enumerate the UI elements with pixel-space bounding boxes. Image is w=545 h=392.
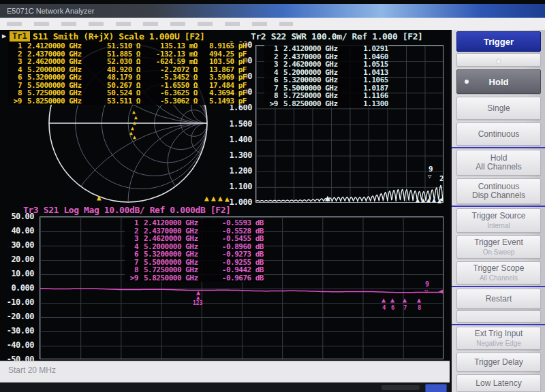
taskbar-badge[interactable] <box>425 384 447 392</box>
softkey-single[interactable]: Single <box>456 97 541 120</box>
softkey-label: Low Latency <box>476 379 521 388</box>
vna-screen: E5071C Network Analyzer ▶ Tr1 S11 Smith … <box>0 0 545 392</box>
marker-row: 65.3200000 GHz-0.9273 dB <box>125 250 264 259</box>
marker-x: -6.3625 Ω <box>140 89 198 97</box>
marker-eq: 103.50 pF <box>198 58 247 66</box>
softkey-trigger-scope[interactable]: Trigger ScopeAll Channels <box>456 261 541 284</box>
swr-ytick: 1.200 <box>221 167 252 175</box>
tr2-stimulus-marker-icon: ▲ <box>421 197 425 203</box>
marker-row: 85.7250000 GHz-0.9442 dB <box>125 266 264 274</box>
marker-val: 1.1300 <box>349 100 388 108</box>
marker-n: 8 <box>125 266 138 274</box>
marker-row: 32.4620000 GHz52.030 Ω-624.59 mΩ103.50 p… <box>8 58 247 66</box>
marker-eq: 4.3694 pF <box>198 89 247 97</box>
start-frequency-label: Start 20 MHz <box>8 365 56 375</box>
marker-r: 50.524 Ω <box>93 89 140 97</box>
swr-ytick: 1.300 <box>221 151 252 159</box>
marker-eq: 8.9165 pH <box>198 42 247 50</box>
softkey-label: ▲ <box>495 56 502 65</box>
softkey-hold-all-channels[interactable]: HoldAll Channels <box>456 150 541 176</box>
marker-val: -0.9442 dB <box>209 266 264 274</box>
softkey-divider <box>452 147 545 148</box>
softkey-menu-up[interactable]: ▲ <box>456 53 541 67</box>
tr1-stimulus-marker-icon: ▲ <box>204 195 209 202</box>
marker-freq: 5.3200000 GHz <box>283 76 349 84</box>
swr-ytick: 1.100 <box>221 182 252 191</box>
marker-n: 6 <box>264 76 278 84</box>
marker-val: 1.1065 <box>349 76 388 84</box>
marker-n: 1 <box>264 45 278 53</box>
logmag-ytick: 10.00 <box>3 270 34 278</box>
tr1-stimulus-marker-icon: ▲ <box>218 195 223 202</box>
tr3-ref-indicator-icon: ◀ <box>439 288 443 295</box>
marker-x: 135.13 mΩ <box>140 42 198 50</box>
logmag-ytick: -30.00 <box>3 327 34 335</box>
softkey-label: Ext Trig Input <box>475 329 523 338</box>
marker-n: 6 <box>8 74 22 82</box>
marker-n: 8 <box>264 92 278 100</box>
softkey-continuous-disp-channels[interactable]: ContinuousDisp Channels <box>456 178 541 204</box>
tr2-header[interactable]: Tr2 S22 SWR 100.0m/ Ref 1.000 [F2] <box>251 31 423 42</box>
tr1-stimulus-marker-icon: ▲ <box>225 196 230 203</box>
marker-n: 8 <box>8 89 22 97</box>
softkey-label: Disp Channels <box>472 191 525 200</box>
marker-n: 3 <box>264 61 278 69</box>
tr1-header[interactable]: S11 Smith (R+jX) Scale 1.000U [F2] <box>33 31 205 42</box>
logmag-ytick: -10.00 <box>3 298 34 306</box>
softkey-menu-title: Trigger <box>456 31 541 52</box>
tr3-marker-icon: ▲ <box>390 297 394 304</box>
logmag-ytick: -40.00 <box>3 341 34 349</box>
tr2-ref-indicator-icon: ◀ <box>439 196 443 203</box>
logmag-ytick: 40.00 <box>3 227 34 235</box>
marker-freq: 2.4120000 GHz <box>283 45 349 53</box>
tr3-marker-icon: ▲ <box>382 297 386 304</box>
tr1-marker-table: 12.4120000 GHz51.510 Ω135.13 mΩ8.9165 pH… <box>8 42 247 105</box>
softkey-trigger-delay[interactable]: Trigger Delay <box>456 353 541 372</box>
softkey-continuous[interactable]: Continuous <box>456 122 541 146</box>
status-bar <box>0 361 450 383</box>
tr3-marker-cluster-label: 123 <box>193 300 202 307</box>
tr3-marker-label: 8 <box>418 304 421 311</box>
marker-n: >9 <box>125 274 138 282</box>
marker-x: -624.59 mΩ <box>140 58 198 66</box>
marker-n: >9 <box>8 97 22 105</box>
marker-eq: 3.5969 pF <box>198 74 247 82</box>
softkey-sublabel: On Sweep <box>483 248 515 257</box>
softkey-label: Hold <box>489 78 509 86</box>
softkey-trigger-event[interactable]: Trigger EventOn Sweep <box>456 235 541 259</box>
marker-freq: 5.7250000 GHz <box>283 92 349 100</box>
tr2-marker9-icon: ▽ <box>428 173 431 180</box>
softkey-restart[interactable]: Restart <box>456 289 541 309</box>
softkey-sublabel: Internal <box>487 221 510 230</box>
marker-row: 65.3200000 GHz1.1065 <box>264 76 388 84</box>
marker-freq: 2.4120000 GHz <box>27 42 93 50</box>
marker-x: -5.3062 Ω <box>140 97 198 105</box>
marker-freq: 5.3200000 GHz <box>144 250 209 259</box>
marker-val: -0.5455 dB <box>209 235 264 243</box>
marker-val: -0.9676 dB <box>209 274 264 282</box>
softkey-label: Continuous <box>478 130 520 139</box>
softkey-low-latency[interactable]: Low Latency <box>456 374 541 392</box>
softkey-label: Trigger Source <box>472 212 526 220</box>
taskbar-text <box>382 385 420 390</box>
softkey-trigger-source[interactable]: Trigger SourceInternal <box>456 208 541 233</box>
tr3-header[interactable]: Tr3 S21 Log Mag 10.00dB/ Ref 0.000dB [F2… <box>23 205 231 215</box>
tr1-stimulus-marker-icon: ▲ <box>211 195 216 202</box>
tr2-stimulus-marker-icon: ▲ <box>426 197 431 203</box>
marker-val: 1.0291 <box>349 45 388 53</box>
marker-freq: 5.7250000 GHz <box>144 266 209 274</box>
logmag-ytick: 30.00 <box>3 241 34 249</box>
menu-bar[interactable] <box>0 18 545 31</box>
marker-row: >95.8250000 GHz-0.9676 dB <box>125 274 264 282</box>
window-title: E5071C Network Analyzer <box>7 7 94 15</box>
tr2-marker2-label: 2 <box>439 176 444 182</box>
softkey-sublabel: All Channels <box>480 274 518 282</box>
softkey-ext-trig-input[interactable]: Ext Trig InputNegative Edge <box>456 327 541 350</box>
marker-freq: 5.8250000 GHz <box>144 274 209 282</box>
marker-row: 32.4620000 GHz-0.5455 dB <box>125 235 264 243</box>
marker-n: 3 <box>125 235 138 243</box>
softkey-hold[interactable]: Hold <box>456 69 541 94</box>
softkey-blank[interactable] <box>456 310 541 323</box>
tr1-badge[interactable]: Tr1 <box>10 31 30 42</box>
softkey-label: Trigger Delay <box>474 358 523 367</box>
